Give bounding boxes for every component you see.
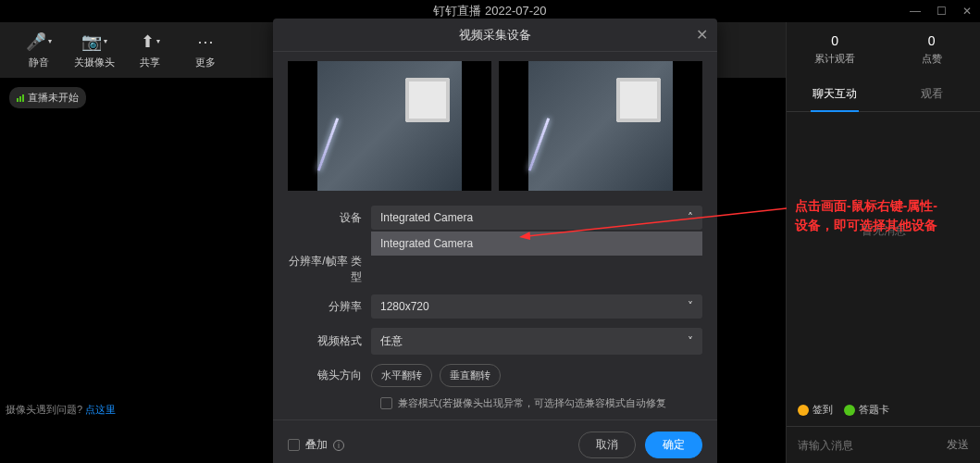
badges-row: 签到 答题卡 xyxy=(798,403,889,417)
preview-row xyxy=(288,61,702,191)
likes-label: 点赞 xyxy=(884,52,981,66)
format-row: 视频格式 任意 ˅ xyxy=(288,328,702,355)
share-icon: ⬆▾ xyxy=(141,31,160,52)
viewers-count: 0 xyxy=(787,33,884,48)
resolution-value: 1280x720 xyxy=(380,300,429,313)
res-type-label: 分辨率/帧率 类型 xyxy=(288,254,371,285)
chevron-down-icon: ˅ xyxy=(688,335,693,348)
flip-row: 镜头方向 水平翻转 垂直翻转 xyxy=(288,364,702,387)
more-icon: ⋯ xyxy=(197,31,214,52)
resolution-row: 分辨率 1280x720 ˅ xyxy=(288,294,702,319)
microphone-icon: 🎤▾ xyxy=(26,31,52,52)
viewers-label: 累计观看 xyxy=(787,52,884,66)
dot-icon xyxy=(844,405,855,416)
likes-count: 0 xyxy=(884,33,981,48)
right-panel: 0 累计观看 0 点赞 聊天互动 观看 暂无消息 签到 答题卡 发送 xyxy=(786,22,980,463)
chat-input[interactable] xyxy=(798,439,947,452)
device-label: 设备 xyxy=(288,210,371,226)
compat-text: 兼容模式(若摄像头出现异常，可选择勾选兼容模式自动修复 xyxy=(398,396,666,410)
share-label: 共享 xyxy=(140,56,160,69)
camera-preview-left[interactable] xyxy=(288,61,491,191)
info-icon[interactable]: i xyxy=(333,440,344,451)
overlay-checkbox[interactable] xyxy=(288,439,300,451)
flip-label: 镜头方向 xyxy=(288,368,371,383)
more-label: 更多 xyxy=(195,56,216,69)
chevron-up-icon: ˄ xyxy=(688,211,693,224)
modal-header: 视频采集设备 ✕ xyxy=(273,19,717,52)
compat-row: 兼容模式(若摄像头出现异常，可选择勾选兼容模式自动修复 xyxy=(288,396,702,410)
format-label: 视频格式 xyxy=(288,333,371,349)
camera-icon: 📷▾ xyxy=(81,31,107,52)
flip-horizontal-button[interactable]: 水平翻转 xyxy=(371,364,432,387)
device-select[interactable]: Integrated Camera ˄ xyxy=(371,206,702,230)
right-tabs: 聊天互动 观看 xyxy=(787,77,980,112)
overlay-label: 叠加 xyxy=(305,437,328,453)
device-option[interactable]: Integrated Camera xyxy=(371,232,702,256)
chat-input-bar: 发送 xyxy=(787,426,980,463)
overlay-option: 叠加 i xyxy=(288,437,344,453)
live-status-chip: 直播未开始 xyxy=(9,87,86,108)
modal-title: 视频采集设备 xyxy=(459,27,531,44)
dot-icon xyxy=(798,405,809,416)
maximize-button[interactable]: ☐ xyxy=(928,0,954,22)
res-type-row: 分辨率/帧率 类型 —˅ xyxy=(288,254,702,285)
viewers-stat: 0 累计观看 xyxy=(787,33,884,66)
share-button[interactable]: ⬆▾ 共享 xyxy=(122,31,178,69)
modal-footer: 叠加 i 取消 确定 xyxy=(273,419,717,463)
mute-label: 静音 xyxy=(29,56,49,69)
modal-body: 设备 Integrated Camera ˄ Integrated Camera… xyxy=(273,52,717,419)
resolution-label: 分辨率 xyxy=(288,299,371,315)
annotation-text: 点击画面-鼠标右键-属性- 设备，即可选择其他设备 xyxy=(795,196,971,235)
format-select[interactable]: 任意 ˅ xyxy=(371,328,702,355)
mute-button[interactable]: 🎤▾ 静音 xyxy=(11,31,67,69)
window-title: 钉钉直播 2022-07-20 xyxy=(433,3,546,19)
ok-button[interactable]: 确定 xyxy=(645,432,702,458)
compat-checkbox[interactable] xyxy=(380,397,392,409)
live-status-text: 直播未开始 xyxy=(28,91,79,105)
more-button[interactable]: ⋯ 更多 xyxy=(178,31,233,69)
video-capture-modal: 视频采集设备 ✕ 设备 Integrated Camera ˄ Integrat… xyxy=(273,19,717,463)
device-value: Integrated Camera xyxy=(380,211,473,224)
flip-vertical-button[interactable]: 垂直翻转 xyxy=(440,364,501,387)
answer-badge[interactable]: 答题卡 xyxy=(844,403,889,417)
stats-row: 0 累计观看 0 点赞 xyxy=(787,22,980,77)
device-row: 设备 Integrated Camera ˄ Integrated Camera xyxy=(288,206,702,230)
signal-icon xyxy=(17,94,24,102)
signin-badge[interactable]: 签到 xyxy=(798,403,833,417)
window-controls: — ☐ ✕ xyxy=(902,0,980,22)
minimize-button[interactable]: — xyxy=(902,0,928,22)
device-dropdown: Integrated Camera xyxy=(371,232,702,256)
resolution-select[interactable]: 1280x720 ˅ xyxy=(371,294,702,319)
likes-stat: 0 点赞 xyxy=(884,33,981,66)
camera-label: 关摄像头 xyxy=(74,56,115,69)
camera-hint-link[interactable]: 点这里 xyxy=(85,404,116,415)
modal-close-button[interactable]: ✕ xyxy=(696,26,708,44)
chevron-down-icon: ˅ xyxy=(688,300,693,313)
format-value: 任意 xyxy=(380,333,403,349)
send-button[interactable]: 发送 xyxy=(947,437,969,453)
camera-preview-right[interactable] xyxy=(499,61,702,191)
camera-button[interactable]: 📷▾ 关摄像头 xyxy=(67,31,122,69)
tab-chat[interactable]: 聊天互动 xyxy=(787,77,884,111)
cancel-button[interactable]: 取消 xyxy=(578,432,636,458)
camera-hint: 摄像头遇到问题? 点这里 xyxy=(6,403,116,417)
close-button[interactable]: ✕ xyxy=(954,0,980,22)
tab-viewers[interactable]: 观看 xyxy=(884,77,981,111)
